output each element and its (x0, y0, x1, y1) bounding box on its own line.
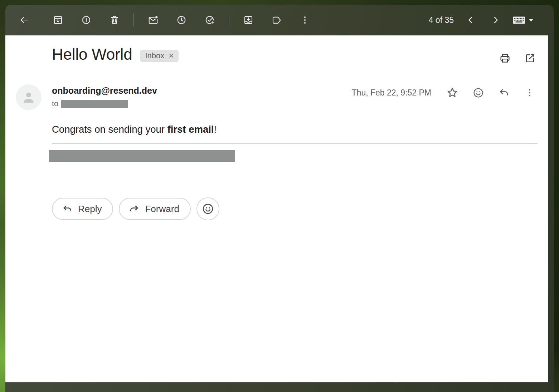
move-to-button[interactable] (240, 12, 257, 28)
trash-icon (109, 15, 120, 25)
inbox-label-text: Inbox (145, 51, 164, 60)
emoji-reaction-button[interactable] (470, 84, 486, 101)
email-content-pane: Hello World Inbox (5, 35, 548, 382)
newer-button[interactable] (462, 12, 479, 28)
labels-button[interactable] (268, 12, 285, 28)
reply-button[interactable]: Reply (52, 198, 113, 220)
message-meta: Thu, Feb 22, 9:52 PM (352, 84, 538, 101)
archive-icon (53, 15, 63, 25)
chevron-left-icon (466, 15, 476, 25)
forward-button-label: Forward (145, 204, 179, 215)
recipient-line[interactable]: to s (52, 99, 157, 108)
pagination-counter: 4 of 35 (429, 15, 454, 25)
sender-block: onboarding@resend.dev to s (52, 84, 157, 108)
move-to-icon (243, 15, 254, 25)
add-to-tasks-button[interactable] (201, 12, 218, 28)
mark-unread-icon (148, 15, 159, 25)
reply-button-label: Reply (78, 204, 102, 215)
message-top-actions (497, 50, 538, 67)
email-date: Thu, Feb 22, 9:52 PM (352, 88, 431, 98)
print-button[interactable] (497, 50, 513, 67)
add-to-tasks-icon (204, 15, 215, 25)
toolbar-divider (133, 14, 134, 26)
gmail-window: 4 of 35 (5, 5, 554, 392)
snooze-clock-icon (176, 15, 187, 25)
redacted-signature (49, 150, 235, 162)
sender-avatar[interactable] (16, 84, 42, 110)
input-tools-button[interactable] (512, 16, 534, 25)
report-spam-icon (81, 15, 92, 25)
keyboard-icon (512, 16, 525, 25)
back-button[interactable] (16, 12, 33, 28)
snooze-button[interactable] (173, 12, 190, 28)
body-prefix: Congrats on sending your (52, 124, 167, 135)
star-button[interactable] (444, 84, 461, 101)
more-vert-icon (300, 15, 310, 25)
sender-email: onboarding@resend.dev (52, 85, 157, 96)
print-icon (499, 52, 511, 64)
smiley-icon (472, 87, 484, 99)
toolbar-mail-actions (50, 12, 123, 28)
label-tag-icon (271, 15, 282, 25)
reply-arrow-icon (498, 87, 510, 98)
archive-button[interactable] (50, 12, 66, 28)
more-vert-icon (524, 87, 535, 98)
toolbar-status-actions (145, 12, 218, 28)
message-actions-row: Reply Forward (52, 197, 219, 220)
toolbar-left-group (16, 12, 313, 28)
remove-label-icon[interactable] (168, 53, 174, 59)
reply-arrow-icon (62, 204, 73, 214)
inbox-label-chip[interactable]: Inbox (140, 50, 179, 62)
more-message-options-button[interactable] (521, 84, 538, 101)
signature-divider (52, 143, 538, 144)
delete-button[interactable] (106, 12, 123, 28)
emoji-button[interactable] (196, 197, 219, 220)
open-in-new-button[interactable] (522, 50, 538, 67)
email-toolbar: 4 of 35 (5, 5, 554, 35)
toolbar-divider (229, 14, 229, 26)
report-spam-button[interactable] (78, 12, 94, 28)
star-icon (446, 86, 459, 99)
reply-icon-button[interactable] (496, 84, 512, 101)
forward-button[interactable]: Forward (119, 198, 190, 220)
smiley-icon (201, 202, 214, 215)
redacted-recipient (61, 100, 128, 108)
forward-arrow-icon (129, 204, 140, 214)
back-arrow-icon (19, 15, 30, 25)
email-body: Congrats on sending your first email! (52, 124, 217, 135)
open-in-new-icon (524, 52, 536, 64)
dropdown-arrow-icon (529, 19, 534, 22)
older-button[interactable] (487, 12, 504, 28)
toolbar-organize-actions (240, 12, 313, 28)
message-header-row: onboarding@resend.dev to s Thu, Feb 22, … (16, 84, 538, 110)
body-suffix: ! (214, 124, 217, 135)
more-options-button[interactable] (297, 12, 313, 28)
subject-row: Hello World Inbox (52, 45, 179, 63)
toolbar-right-group: 4 of 35 (429, 12, 534, 28)
email-subject: Hello World (52, 45, 132, 63)
mark-unread-button[interactable] (145, 12, 161, 28)
chevron-right-icon (491, 15, 501, 25)
person-icon (20, 89, 37, 106)
body-bold: first email (167, 124, 214, 135)
